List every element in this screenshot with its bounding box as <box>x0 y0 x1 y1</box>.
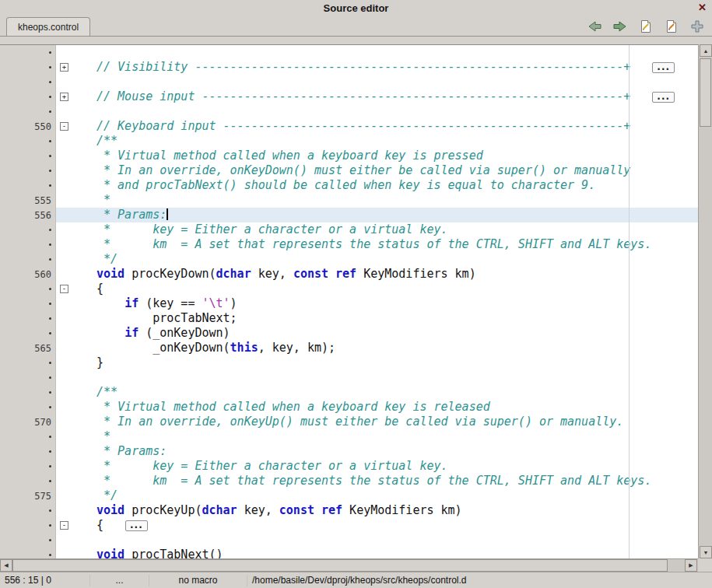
detach-button[interactable] <box>689 18 706 35</box>
code-text[interactable]: */ <box>76 252 698 267</box>
fold-expand-icon[interactable]: + <box>60 63 68 72</box>
code-text[interactable]: * key = Either a character or a virtual … <box>76 459 698 474</box>
code-line[interactable]: 575 */ <box>0 488 698 503</box>
scroll-right-button[interactable]: ▶ <box>685 559 697 572</box>
code-line[interactable]: -{ <box>0 282 698 296</box>
line-dot <box>49 376 51 379</box>
code-line[interactable]: procTabNext; <box>0 311 698 326</box>
code-text[interactable]: * km = A set that represents the status … <box>76 474 698 488</box>
line-dot <box>49 391 51 394</box>
code-line[interactable] <box>0 533 698 548</box>
code-text[interactable]: */ <box>76 488 698 503</box>
code-line[interactable]: +// Visibility -------------------------… <box>0 60 698 75</box>
document-alt-button[interactable] <box>663 18 680 35</box>
code-text[interactable]: procTabNext; <box>76 311 698 326</box>
code-line[interactable]: * and procTabNext() should be called whe… <box>0 178 698 193</box>
code-text[interactable]: * In an override, onKeyDown() must eithe… <box>76 163 698 178</box>
horizontal-scrollbar[interactable]: ◀ ▶ <box>0 558 698 572</box>
code-line[interactable]: * km = A set that represents the status … <box>0 237 698 252</box>
code-line[interactable]: void procKeyUp(dchar key, const ref KeyM… <box>0 503 698 518</box>
code-line[interactable]: * key = Either a character or a virtual … <box>0 459 698 474</box>
code-text[interactable]: } <box>76 355 698 370</box>
code-line[interactable]: */ <box>0 252 698 267</box>
code-text[interactable]: _onKeyDown(this, key, km); <box>76 341 698 355</box>
code-line[interactable]: void procTabNext() <box>0 548 698 558</box>
fold-column <box>56 45 76 60</box>
vertical-scrollbar[interactable]: ▲ ▼ <box>698 44 712 558</box>
code-text[interactable]: void procKeyUp(dchar key, const ref KeyM… <box>76 503 698 518</box>
code-line[interactable]: * Virtual method called when a keyboard … <box>0 400 698 415</box>
code-line[interactable]: * In an override, onKeyDown() must eithe… <box>0 163 698 178</box>
code-text[interactable]: if (key == '\t') <box>76 296 698 311</box>
code-text[interactable] <box>76 533 698 548</box>
code-line[interactable]: if (_onKeyDown) <box>0 326 698 341</box>
code-text[interactable]: * Params: <box>76 444 698 459</box>
code-text[interactable]: /** <box>76 134 698 149</box>
folded-code-ellipsis[interactable]: ... <box>652 92 675 103</box>
code-text[interactable]: void procTabNext() <box>76 548 698 558</box>
code-line[interactable]: } <box>0 355 698 370</box>
code-text[interactable]: // Keyboard input ----------------------… <box>76 119 698 134</box>
code-text[interactable]: /** <box>76 385 698 400</box>
code-text[interactable]: // Visibility --------------------------… <box>76 60 698 75</box>
code-line[interactable]: 556 * Params: <box>0 208 698 222</box>
fold-collapse-icon[interactable]: - <box>60 521 68 530</box>
code-line[interactable]: * Virtual method called when a keyboard … <box>0 149 698 163</box>
scroll-up-button[interactable]: ▲ <box>700 44 712 57</box>
fold-expand-icon[interactable]: + <box>60 93 68 101</box>
back-button[interactable] <box>586 18 603 35</box>
line-number-gutter <box>0 75 56 89</box>
close-icon[interactable]: ✕ <box>698 2 707 13</box>
horizontal-scroll-thumb[interactable] <box>12 559 668 572</box>
code-text[interactable]: * key = Either a character or a virtual … <box>76 222 698 237</box>
code-text[interactable] <box>76 45 698 60</box>
code-text[interactable]: * km = A set that represents the status … <box>76 237 698 252</box>
fold-collapse-icon[interactable]: - <box>60 285 68 293</box>
code-text[interactable]: * <box>76 193 698 208</box>
scroll-left-button[interactable]: ◀ <box>0 559 12 572</box>
code-text[interactable] <box>76 370 698 385</box>
scroll-down-button[interactable]: ▼ <box>700 546 712 558</box>
code-line[interactable]: if (key == '\t') <box>0 296 698 311</box>
code-text[interactable]: * and procTabNext() should be called whe… <box>76 178 698 193</box>
code-line[interactable]: /** <box>0 385 698 400</box>
code-line[interactable]: /** <box>0 134 698 149</box>
code-line[interactable]: +// Mouse input ------------------------… <box>0 89 698 104</box>
code-text[interactable]: * <box>76 429 698 444</box>
code-line[interactable]: 565 _onKeyDown(this, key, km); <box>0 341 698 355</box>
code-line[interactable]: -{... <box>0 518 698 533</box>
code-text[interactable] <box>76 104 698 119</box>
tab-kheops-control[interactable]: kheops.control <box>6 17 90 36</box>
code-line[interactable]: 570 * In an override, onKeyUp() must eit… <box>0 415 698 429</box>
code-line[interactable] <box>0 104 698 119</box>
vertical-scroll-thumb[interactable] <box>700 58 711 127</box>
fold-collapse-icon[interactable]: - <box>60 122 68 131</box>
document-button[interactable] <box>637 18 654 35</box>
code-text[interactable]: // Mouse input -------------------------… <box>76 89 698 104</box>
code-text[interactable]: * Virtual method called when a keyboard … <box>76 149 698 163</box>
code-line[interactable] <box>0 45 698 60</box>
code-line[interactable]: 555 * <box>0 193 698 208</box>
code-line[interactable]: * Params: <box>0 444 698 459</box>
folded-code-ellipsis[interactable]: ... <box>125 520 148 531</box>
code-text[interactable] <box>76 75 698 89</box>
code-line[interactable] <box>0 75 698 89</box>
code-text[interactable]: * Params: <box>76 208 698 222</box>
line-number-gutter <box>0 60 56 75</box>
code-line[interactable]: 550-// Keyboard input ------------------… <box>0 119 698 134</box>
code-text[interactable]: { <box>76 282 698 296</box>
code-line[interactable]: * <box>0 429 698 444</box>
code-editor[interactable]: +// Visibility -------------------------… <box>0 44 698 558</box>
code-text[interactable]: * Virtual method called when a keyboard … <box>76 400 698 415</box>
forward-button[interactable] <box>612 18 629 35</box>
code-text[interactable]: if (_onKeyDown) <box>76 326 698 341</box>
code-line[interactable]: * key = Either a character or a virtual … <box>0 222 698 237</box>
code-text[interactable]: {... <box>76 518 698 533</box>
code-text[interactable]: * In an override, onKeyUp() must either … <box>76 415 698 429</box>
code-line[interactable]: * km = A set that represents the status … <box>0 474 698 488</box>
code-line[interactable]: 560void procKeyDown(dchar key, const ref… <box>0 267 698 282</box>
code-text[interactable]: void procKeyDown(dchar key, const ref Ke… <box>76 267 698 282</box>
code-line[interactable] <box>0 370 698 385</box>
code-segment-plain: procKeyUp( <box>125 503 202 517</box>
folded-code-ellipsis[interactable]: ... <box>652 62 675 73</box>
